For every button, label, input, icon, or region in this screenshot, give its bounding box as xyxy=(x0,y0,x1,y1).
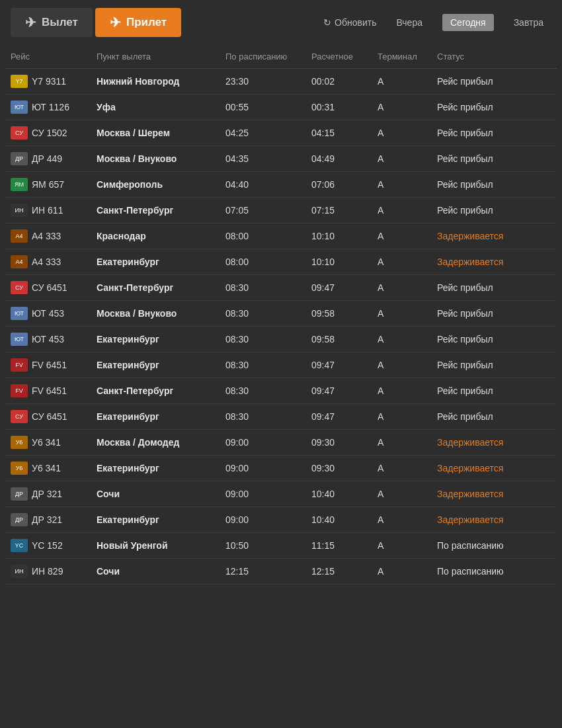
flight-number: СУ СУ 1502 xyxy=(11,126,97,140)
flight-origin: Краснодар xyxy=(97,231,225,241)
airline-icon: А4 xyxy=(11,229,28,243)
flight-terminal: A xyxy=(378,411,437,422)
flight-terminal: A xyxy=(378,128,437,138)
flight-estimated: 10:40 xyxy=(311,489,378,499)
departure-icon: ✈ xyxy=(25,15,36,30)
flight-number: ЮТ ЮТ 453 xyxy=(11,333,97,346)
table-row[interactable]: Y7 Y7 9311 Нижний Новгород 23:30 00:02 A… xyxy=(5,69,557,95)
flight-scheduled: 08:30 xyxy=(225,282,311,293)
flight-status: Рейс прибыл xyxy=(437,128,551,138)
table-row[interactable]: YC YC 152 Новый Уренгой 10:50 11:15 A По… xyxy=(5,533,557,559)
flight-terminal: A xyxy=(378,231,437,241)
table-row[interactable]: А4 А4 333 Екатеринбург 08:00 10:10 A Зад… xyxy=(5,249,557,275)
flight-origin: Москва / Внуково xyxy=(97,153,225,164)
flight-terminal: A xyxy=(378,437,437,448)
flight-scheduled: 00:55 xyxy=(225,102,311,112)
airline-icon: У6 xyxy=(11,462,28,475)
table-row[interactable]: А4 А4 333 Краснодар 08:00 10:10 A Задерж… xyxy=(5,223,557,249)
flight-estimated: 10:40 xyxy=(311,514,378,525)
flight-scheduled: 09:00 xyxy=(225,463,311,473)
table-row[interactable]: ИН ИН 611 Санкт-Петербург 07:05 07:15 A … xyxy=(5,198,557,223)
flight-number: А4 А4 333 xyxy=(11,255,97,268)
refresh-button[interactable]: ↻ Обновить xyxy=(323,17,376,28)
flight-terminal: A xyxy=(378,76,437,87)
flight-origin: Екатеринбург xyxy=(97,360,225,370)
tab-departure[interactable]: ✈ Вылет xyxy=(11,8,93,37)
flight-estimated: 07:06 xyxy=(311,179,378,190)
flight-status: Задерживается xyxy=(437,489,551,499)
table-row[interactable]: ДР ДР 321 Сочи 09:00 10:40 A Задерживает… xyxy=(5,481,557,507)
table-row[interactable]: ЮТ ЮТ 1126 Уфа 00:55 00:31 A Рейс прибыл xyxy=(5,95,557,120)
table-row[interactable]: ИН ИН 829 Сочи 12:15 12:15 A По расписан… xyxy=(5,559,557,585)
flight-scheduled: 08:00 xyxy=(225,257,311,267)
table-headers: Рейс Пункт вылета По расписанию Расчетно… xyxy=(5,45,557,69)
flight-origin: Симферополь xyxy=(97,179,225,190)
flight-scheduled: 08:30 xyxy=(225,385,311,396)
flight-estimated: 12:15 xyxy=(311,566,378,577)
flight-status: Рейс прибыл xyxy=(437,102,551,112)
table-row[interactable]: FV FV 6451 Санкт-Петербург 08:30 09:47 A… xyxy=(5,378,557,404)
table-row[interactable]: У6 У6 341 Москва / Домодед 09:00 09:30 A… xyxy=(5,430,557,456)
airline-icon: YC xyxy=(11,539,28,552)
airline-icon: ДР xyxy=(11,513,28,526)
airline-icon: ДР xyxy=(11,152,28,165)
flight-number: FV FV 6451 xyxy=(11,384,97,397)
flight-number: ЯМ ЯМ 657 xyxy=(11,178,97,191)
day-tomorrow[interactable]: Завтра xyxy=(506,14,551,31)
flight-status: Рейс прибыл xyxy=(437,179,551,190)
airline-icon: ЮТ xyxy=(11,101,28,114)
flight-status: Задерживается xyxy=(437,437,551,448)
arrival-icon: ✈ xyxy=(110,15,121,30)
table-row[interactable]: ЮТ ЮТ 453 Москва / Внуково 08:30 09:58 A… xyxy=(5,301,557,327)
table-row[interactable]: ДР ДР 321 Екатеринбург 09:00 10:40 A Зад… xyxy=(5,507,557,533)
flight-number: Y7 Y7 9311 xyxy=(11,75,97,88)
flight-origin: Екатеринбург xyxy=(97,514,225,525)
table-row[interactable]: FV FV 6451 Екатеринбург 08:30 09:47 A Ре… xyxy=(5,352,557,378)
flight-origin: Уфа xyxy=(97,102,225,112)
flight-status: Задерживается xyxy=(437,231,551,241)
flight-origin: Сочи xyxy=(97,566,225,577)
table-row[interactable]: ЯМ ЯМ 657 Симферополь 04:40 07:06 A Рейс… xyxy=(5,172,557,198)
col-terminal: Терминал xyxy=(378,52,437,61)
flight-terminal: A xyxy=(378,489,437,499)
airline-icon: А4 xyxy=(11,255,28,268)
flight-estimated: 09:47 xyxy=(311,411,378,422)
tab-arrival-label: Прилет xyxy=(126,16,167,29)
flight-estimated: 07:15 xyxy=(311,205,378,216)
tab-arrival[interactable]: ✈ Прилет xyxy=(95,8,181,37)
flight-origin: Екатеринбург xyxy=(97,411,225,422)
col-estimated: Расчетное xyxy=(311,52,378,61)
flight-scheduled: 12:15 xyxy=(225,566,311,577)
flight-estimated: 00:31 xyxy=(311,102,378,112)
airline-icon: СУ xyxy=(11,410,28,423)
table-row[interactable]: СУ СУ 1502 Москва / Шерем 04:25 04:15 A … xyxy=(5,120,557,146)
flight-status: Рейс прибыл xyxy=(437,334,551,344)
flight-number: ДР ДР 321 xyxy=(11,487,97,501)
flight-terminal: A xyxy=(378,179,437,190)
col-status: Статус xyxy=(437,52,551,61)
refresh-label: Обновить xyxy=(335,17,376,28)
flight-terminal: A xyxy=(378,385,437,396)
day-today[interactable]: Сегодня xyxy=(442,14,494,31)
flight-estimated: 09:58 xyxy=(311,334,378,344)
table-row[interactable]: СУ СУ 6451 Екатеринбург 08:30 09:47 A Ре… xyxy=(5,404,557,430)
flight-terminal: A xyxy=(378,540,437,551)
flight-status: Рейс прибыл xyxy=(437,385,551,396)
table-row[interactable]: ЮТ ЮТ 453 Екатеринбург 08:30 09:58 A Рей… xyxy=(5,327,557,352)
flight-scheduled: 09:00 xyxy=(225,489,311,499)
day-yesterday[interactable]: Вчера xyxy=(388,14,430,31)
table-row[interactable]: ДР ДР 449 Москва / Внуково 04:35 04:49 A… xyxy=(5,146,557,172)
flight-scheduled: 08:00 xyxy=(225,231,311,241)
flight-status: Рейс прибыл xyxy=(437,360,551,370)
flight-scheduled: 08:30 xyxy=(225,308,311,319)
flight-scheduled: 10:50 xyxy=(225,540,311,551)
flight-estimated: 10:10 xyxy=(311,231,378,241)
flight-status: Рейс прибыл xyxy=(437,153,551,164)
airline-icon: ЮТ xyxy=(11,307,28,320)
table-row[interactable]: СУ СУ 6451 Санкт-Петербург 08:30 09:47 A… xyxy=(5,275,557,301)
flight-number: ИН ИН 829 xyxy=(11,565,97,578)
table-row[interactable]: У6 У6 341 Екатеринбург 09:00 09:30 A Зад… xyxy=(5,456,557,481)
flight-scheduled: 04:35 xyxy=(225,153,311,164)
flight-number: YC YC 152 xyxy=(11,539,97,552)
flight-status: Задерживается xyxy=(437,463,551,473)
